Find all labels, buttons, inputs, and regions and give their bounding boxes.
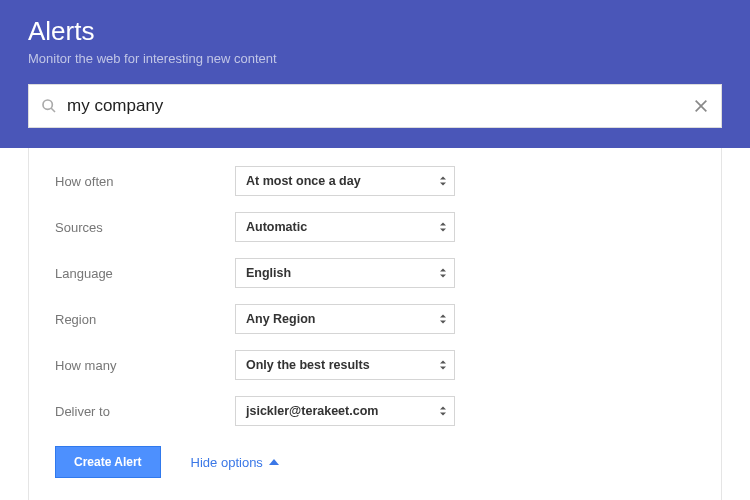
select-value: English	[246, 266, 291, 280]
header: Alerts Monitor the web for interesting n…	[0, 0, 750, 148]
row-region: Region Any Region	[55, 304, 695, 334]
select-value: jsickler@terakeet.com	[246, 404, 378, 418]
label-region: Region	[55, 312, 235, 327]
actions-row: Create Alert Hide options	[55, 446, 695, 478]
select-value: At most once a day	[246, 174, 361, 188]
create-alert-button[interactable]: Create Alert	[55, 446, 161, 478]
svg-line-1	[51, 108, 55, 112]
svg-marker-16	[269, 459, 279, 465]
select-value: Any Region	[246, 312, 315, 326]
label-language: Language	[55, 266, 235, 281]
select-value: Only the best results	[246, 358, 370, 372]
close-icon[interactable]	[693, 98, 709, 114]
label-deliver-to: Deliver to	[55, 404, 235, 419]
row-language: Language English	[55, 258, 695, 288]
search-icon	[41, 98, 57, 114]
chevron-up-icon	[269, 458, 279, 466]
page-title: Alerts	[28, 16, 722, 47]
row-how-often: How often At most once a day	[55, 166, 695, 196]
select-deliver-to[interactable]: jsickler@terakeet.com	[235, 396, 455, 426]
select-region[interactable]: Any Region	[235, 304, 455, 334]
row-deliver-to: Deliver to jsickler@terakeet.com	[55, 396, 695, 426]
label-sources: Sources	[55, 220, 235, 235]
select-how-often[interactable]: At most once a day	[235, 166, 455, 196]
label-how-many: How many	[55, 358, 235, 373]
row-sources: Sources Automatic	[55, 212, 695, 242]
hide-options-label: Hide options	[191, 455, 263, 470]
row-how-many: How many Only the best results	[55, 350, 695, 380]
label-how-often: How often	[55, 174, 235, 189]
svg-point-0	[43, 100, 52, 109]
select-value: Automatic	[246, 220, 307, 234]
search-input[interactable]	[67, 96, 693, 116]
page-subtitle: Monitor the web for interesting new cont…	[28, 51, 722, 66]
select-sources[interactable]: Automatic	[235, 212, 455, 242]
search-box[interactable]	[28, 84, 722, 128]
options-panel: How often At most once a day Sources Aut…	[28, 148, 722, 500]
hide-options-link[interactable]: Hide options	[191, 455, 279, 470]
select-language[interactable]: English	[235, 258, 455, 288]
select-how-many[interactable]: Only the best results	[235, 350, 455, 380]
